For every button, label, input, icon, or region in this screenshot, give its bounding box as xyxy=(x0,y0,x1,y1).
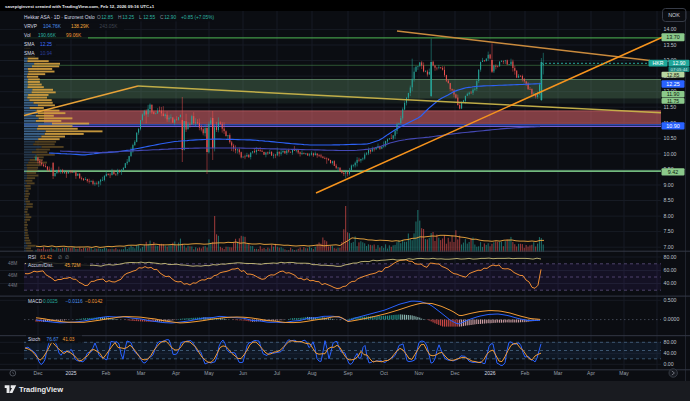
svg-text:Jun: Jun xyxy=(239,370,247,376)
svg-text:41.03: 41.03 xyxy=(63,337,75,342)
svg-text:May: May xyxy=(204,370,214,376)
svg-text:80.00: 80.00 xyxy=(664,254,677,260)
svg-text:10.50: 10.50 xyxy=(664,135,677,141)
svg-text:Apr: Apr xyxy=(587,370,595,376)
svg-text:138.29K: 138.29K xyxy=(71,24,90,29)
svg-text:0.0025: 0.0025 xyxy=(43,299,58,304)
svg-text:190.66K: 190.66K xyxy=(38,33,57,38)
svg-text:48M: 48M xyxy=(8,261,17,266)
svg-text:12.85: 12.85 xyxy=(101,15,113,20)
svg-text:2026: 2026 xyxy=(484,370,495,376)
svg-text:10.94: 10.94 xyxy=(40,51,52,56)
svg-text:11.50: 11.50 xyxy=(664,104,677,110)
svg-text:104.76K: 104.76K xyxy=(43,24,62,29)
svg-text:−0.0116: −0.0116 xyxy=(66,299,83,304)
svg-text:44M: 44M xyxy=(8,283,17,288)
svg-text:12.90: 12.90 xyxy=(164,15,176,20)
svg-text:80.00: 80.00 xyxy=(664,339,677,345)
svg-text:∅: ∅ xyxy=(65,255,69,260)
svg-text:Accum/Dist.: Accum/Dist. xyxy=(28,263,54,268)
svg-text:12.25: 12.25 xyxy=(666,81,680,87)
svg-text:0.500: 0.500 xyxy=(664,297,677,303)
svg-text:Dec: Dec xyxy=(451,370,460,376)
svg-text:13.70: 13.70 xyxy=(666,34,680,40)
svg-text:13.50: 13.50 xyxy=(664,42,677,48)
svg-text:Sep: Sep xyxy=(344,370,353,376)
svg-text:10.00: 10.00 xyxy=(664,151,677,157)
svg-text:TradingView: TradingView xyxy=(19,385,63,394)
svg-text:savepiginvest created with Tra: savepiginvest created with TradingView.c… xyxy=(5,4,155,9)
svg-text:60.00: 60.00 xyxy=(664,267,677,273)
svg-text:14.00: 14.00 xyxy=(664,26,677,32)
svg-text:0.0000: 0.0000 xyxy=(664,316,680,322)
svg-text:12.55: 12.55 xyxy=(143,15,155,20)
svg-text:61.42: 61.42 xyxy=(40,255,52,260)
svg-text:40.00: 40.00 xyxy=(664,350,677,356)
svg-text:VRVP: VRVP xyxy=(24,24,37,29)
svg-text:243.05K: 243.05K xyxy=(100,24,119,29)
svg-text:SMA: SMA xyxy=(24,51,35,56)
svg-text:45.72M: 45.72M xyxy=(65,263,81,268)
svg-text:May: May xyxy=(619,370,629,376)
svg-text:∅: ∅ xyxy=(58,255,62,260)
svg-text:99.06K: 99.06K xyxy=(66,33,82,38)
svg-text:40.00: 40.00 xyxy=(664,280,677,286)
svg-text:Vol: Vol xyxy=(24,33,31,38)
svg-text:Nov: Nov xyxy=(415,370,424,376)
svg-text:7.50: 7.50 xyxy=(664,228,674,234)
svg-text:46M: 46M xyxy=(8,273,17,278)
svg-text:+0.85 (+7.05%): +0.85 (+7.05%) xyxy=(181,15,214,20)
svg-text:0.00: 0.00 xyxy=(664,361,674,367)
svg-text:9.42: 9.42 xyxy=(668,169,679,175)
svg-text:Apr: Apr xyxy=(172,370,180,376)
svg-text:12.25: 12.25 xyxy=(40,42,52,47)
svg-text:9.00: 9.00 xyxy=(664,182,674,188)
svg-text:7.00: 7.00 xyxy=(664,244,674,250)
svg-text:12.90: 12.90 xyxy=(673,60,686,66)
svg-text:11.75: 11.75 xyxy=(667,98,679,104)
svg-text:RSI: RSI xyxy=(28,255,36,260)
svg-text:76.67: 76.67 xyxy=(47,337,59,342)
svg-text:11.90: 11.90 xyxy=(667,91,680,97)
svg-text:Aug: Aug xyxy=(308,370,317,376)
svg-text:Mar: Mar xyxy=(137,370,146,376)
svg-text:10.90: 10.90 xyxy=(666,123,680,129)
svg-text:Hekkar ASA · 1D · Euronext Osl: Hekkar ASA · 1D · Euronext Oslo xyxy=(24,15,95,20)
svg-text:SMA: SMA xyxy=(24,42,35,47)
svg-text:Mar: Mar xyxy=(554,370,563,376)
svg-text:13.25: 13.25 xyxy=(122,15,134,20)
svg-text:2025: 2025 xyxy=(65,370,76,376)
svg-text:8.50: 8.50 xyxy=(664,197,674,203)
svg-text:8.00: 8.00 xyxy=(664,213,674,219)
svg-text:Jul: Jul xyxy=(274,370,280,376)
svg-text:12.85: 12.85 xyxy=(667,72,680,78)
svg-text:−0.0142: −0.0142 xyxy=(85,299,103,304)
svg-text:NOK: NOK xyxy=(668,12,680,18)
svg-text:Feb: Feb xyxy=(102,370,111,376)
svg-text:Stoch: Stoch xyxy=(28,337,41,342)
svg-text:MACD: MACD xyxy=(28,299,43,304)
svg-text:Feb: Feb xyxy=(521,370,530,376)
svg-text:Dec: Dec xyxy=(34,370,43,376)
svg-text:Oct: Oct xyxy=(380,370,388,376)
svg-text:L: L xyxy=(139,15,142,20)
svg-text:HKR: HKR xyxy=(653,60,664,66)
